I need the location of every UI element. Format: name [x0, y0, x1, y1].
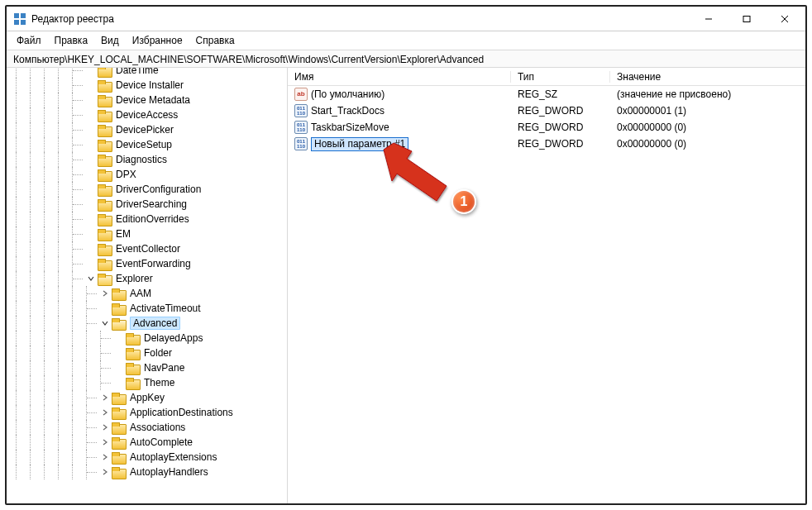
tree-node[interactable]: EditionOverrides [7, 212, 287, 226]
folder-icon [98, 140, 111, 150]
column-type[interactable]: Тип [511, 71, 610, 83]
expander-icon[interactable] [100, 318, 110, 328]
address-bar[interactable]: Компьютер\HKEY_LOCAL_MACHINE\SOFTWARE\Mi… [7, 50, 805, 68]
tree-node[interactable]: DPX [7, 167, 287, 182]
tree-node[interactable]: DelayedApps [7, 331, 287, 346]
menu-file[interactable]: Файл [12, 33, 46, 48]
expander-icon[interactable] [114, 348, 124, 358]
expander-icon[interactable] [86, 95, 96, 105]
expander-icon[interactable] [86, 140, 96, 150]
tree-node[interactable]: Associations [7, 420, 287, 435]
tree-label: DateTime [114, 68, 160, 76]
folder-icon [98, 184, 111, 195]
tree-node[interactable]: DateTime [7, 68, 287, 78]
expander-icon[interactable] [86, 110, 96, 120]
values-header[interactable]: Имя Тип Значение [288, 68, 805, 86]
expander-icon[interactable] [114, 363, 124, 373]
expander-icon[interactable] [100, 422, 110, 432]
tree-node[interactable]: AAM [7, 286, 287, 301]
tree-label: DevicePicker [114, 124, 175, 136]
expander-icon[interactable] [86, 125, 96, 135]
folder-icon [98, 80, 111, 91]
tree-node[interactable]: DeviceSetup [7, 137, 287, 152]
expander-icon[interactable] [86, 274, 96, 284]
annotation-number: 1 [461, 194, 468, 209]
expander-icon[interactable] [100, 437, 110, 447]
expander-icon[interactable] [86, 259, 96, 269]
expander-icon[interactable] [86, 199, 96, 209]
folder-icon [112, 303, 125, 314]
folder-icon [98, 125, 111, 136]
tree-node[interactable]: Device Metadata [7, 93, 287, 107]
expander-icon[interactable] [100, 303, 110, 313]
folder-icon [98, 169, 111, 180]
tree-node[interactable]: Advanced [7, 316, 287, 331]
tree-label: DriverSearching [114, 198, 189, 210]
values-pane[interactable]: Имя Тип Значение ab(По умолчанию)REG_SZ(… [288, 68, 805, 503]
value-name[interactable]: Новый параметр #1 [311, 137, 408, 151]
value-row[interactable]: 011110TaskbarSizeMoveREG_DWORD0x00000000… [288, 119, 805, 136]
close-button[interactable] [766, 7, 804, 31]
expander-icon[interactable] [100, 467, 110, 477]
expander-icon[interactable] [100, 408, 110, 417]
annotation-overlay: 1 [362, 138, 511, 245]
column-value[interactable]: Значение [610, 71, 805, 83]
tree-label: DriverConfiguration [114, 184, 203, 195]
folder-icon [112, 467, 125, 478]
expander-icon[interactable] [114, 333, 124, 343]
maximize-button[interactable] [728, 7, 766, 31]
tree-label: AppKey [128, 392, 166, 403]
value-row[interactable]: 011110Start_TrackDocsREG_DWORD0x00000001… [288, 102, 805, 119]
menu-edit[interactable]: Правка [50, 33, 93, 48]
expander-icon[interactable] [86, 184, 96, 194]
minimize-button[interactable] [690, 7, 728, 31]
tree-node[interactable]: AutoComplete [7, 435, 287, 450]
expander-icon[interactable] [86, 155, 96, 164]
tree-node[interactable]: EventForwarding [7, 256, 287, 271]
tree-node[interactable]: NavPane [7, 360, 287, 375]
expander-icon[interactable] [86, 169, 96, 179]
tree-node[interactable]: EM [7, 226, 287, 241]
expander-icon[interactable] [86, 229, 96, 239]
column-name[interactable]: Имя [288, 71, 511, 83]
menu-favorites[interactable]: Избранное [127, 33, 188, 48]
expander-icon[interactable] [86, 80, 96, 90]
tree-node[interactable]: Theme [7, 375, 287, 390]
expander-icon[interactable] [100, 452, 110, 462]
tree-pane[interactable]: DateTimeDevice InstallerDevice MetadataD… [7, 68, 288, 503]
tree-node[interactable]: ApplicationDestinations [7, 405, 287, 420]
dword-value-icon: 011110 [294, 137, 308, 150]
tree-node[interactable]: DriverConfiguration [7, 182, 287, 197]
tree-node[interactable]: DeviceAccess [7, 107, 287, 122]
tree-label: DeviceAccess [114, 109, 179, 121]
expander-icon[interactable] [86, 68, 96, 75]
tree-node[interactable]: Folder [7, 346, 287, 360]
tree-node[interactable]: AppKey [7, 390, 287, 405]
folder-icon [112, 452, 125, 463]
menu-view[interactable]: Вид [96, 33, 124, 48]
tree-node[interactable]: ActivateTimeout [7, 301, 287, 316]
folder-icon [126, 333, 139, 344]
menu-help[interactable]: Справка [191, 33, 240, 48]
tree-label: EventCollector [114, 243, 182, 255]
titlebar[interactable]: Редактор реестра [7, 7, 805, 31]
expander-icon[interactable] [100, 393, 110, 403]
tree-node[interactable]: DriverSearching [7, 197, 287, 212]
value-row[interactable]: ab(По умолчанию)REG_SZ(значение не присв… [288, 86, 805, 102]
expander-icon[interactable] [114, 378, 124, 388]
tree-node[interactable]: Diagnostics [7, 152, 287, 167]
tree-node[interactable]: DevicePicker [7, 122, 287, 137]
tree-node[interactable]: EventCollector [7, 241, 287, 256]
expander-icon[interactable] [86, 214, 96, 224]
expander-icon[interactable] [100, 288, 110, 298]
tree-node[interactable]: AutoplayHandlers [7, 465, 287, 479]
tree-node[interactable]: Device Installer [7, 78, 287, 93]
value-row[interactable]: 011110Новый параметр #1REG_DWORD0x000000… [288, 136, 805, 152]
folder-icon [112, 318, 125, 329]
folder-icon [98, 244, 111, 255]
tree-node[interactable]: Explorer [7, 271, 287, 286]
tree-label: Folder [142, 347, 174, 359]
expander-icon[interactable] [86, 244, 96, 254]
tree-node[interactable]: AutoplayExtensions [7, 450, 287, 465]
svg-rect-5 [743, 16, 750, 21]
